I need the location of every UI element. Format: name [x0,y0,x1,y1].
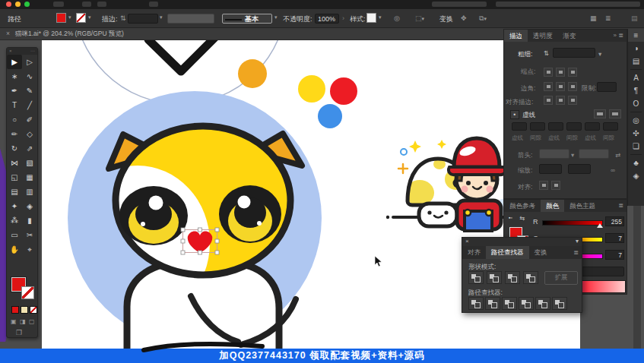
corner-option-2[interactable] [556,82,565,91]
arrowhead-end-select[interactable] [579,149,609,159]
stepper-icon[interactable]: ⇅ [120,14,126,22]
merge-button[interactable] [502,297,517,310]
dashed-line-checkbox[interactable]: ▪ [510,110,519,119]
pencil-tool[interactable]: ✏ [7,127,22,141]
stroke-color-indicator[interactable] [21,286,34,299]
draw-inside-icon[interactable]: ▢ [29,318,35,325]
document-tab-title[interactable]: 猫咪1.ai* @ 204.2% (RGB/GPU 预览) [15,27,124,39]
dash-field-3[interactable] [548,122,563,131]
symbols-panel-icon[interactable]: ✣ [628,127,644,140]
stroke-weight-field[interactable] [128,14,158,24]
chevron-down-icon[interactable]: ▾ [379,14,382,21]
crop-button[interactable] [519,297,534,310]
perspective-grid-tool[interactable]: ▦ [22,170,37,185]
zoom-window-button[interactable] [24,2,30,7]
tab-pathfinder[interactable]: 路径查找器 [486,246,529,259]
tools-panel-header[interactable]: ×⋯ [7,48,37,55]
color-swatch-mini[interactable] [11,306,19,314]
draw-behind-icon[interactable]: ◨ [20,318,26,325]
chevron-down-icon[interactable]: ▾ [160,14,163,21]
dash-field-2[interactable] [530,122,545,131]
align-dialog-icon[interactable]: ✥ [461,14,467,22]
tab-align[interactable]: 对齐 [462,246,486,259]
shape-builder-tool[interactable]: ◱ [7,170,22,185]
swatches-panel-icon[interactable]: ▤ [628,55,644,68]
corner-option-3[interactable] [568,82,577,91]
panel-menu-icon[interactable]: ≣ [618,32,623,39]
unite-button[interactable] [468,271,484,284]
none-swatch-mini[interactable] [30,306,37,314]
swap-arrowheads-icon[interactable]: ⇄ [615,151,620,159]
paintbrush-tool[interactable]: ✐ [22,112,37,127]
workspace-switcher[interactable] [432,2,487,7]
width-tool[interactable]: ⋈ [7,156,22,170]
intersect-button[interactable] [505,271,520,284]
fill-color-swatch[interactable] [56,13,66,23]
free-transform-tool[interactable]: ▧ [22,156,37,170]
link-scale-icon[interactable]: ∞ [611,166,615,174]
stroke-weight-field[interactable] [553,48,595,58]
channel-value-field[interactable]: 7 [605,250,624,260]
variable-width-profile[interactable] [167,14,214,24]
dash-field-4[interactable] [566,122,582,131]
line-tool[interactable]: ╱ [22,98,37,112]
arrow-align-end-button[interactable] [551,181,560,190]
graphic-styles-panel-icon[interactable]: ❏ [628,140,644,153]
shape-tool[interactable]: ○ [7,112,22,127]
style-swatch[interactable] [366,13,376,23]
panel-menu-icon[interactable]: ≣ [618,202,623,209]
mesh-tool[interactable]: ▤ [7,185,22,199]
channel-slider[interactable] [542,220,603,226]
brush-definition[interactable]: 基本 [222,14,272,24]
artboard-tool[interactable]: ▭ [7,228,22,242]
tab-stroke[interactable]: 描边 [504,30,528,42]
corner-option-1[interactable] [544,82,553,91]
arrange-documents-icon[interactable]: ▦ [590,14,597,22]
expand-tabs-icon[interactable]: » [614,32,617,39]
miter-limit-field[interactable] [597,82,617,92]
menu-icon[interactable] [97,2,106,7]
stroke-panel-icon[interactable]: ≡ [628,29,644,42]
slice-tool[interactable]: ✂ [22,228,37,242]
cap-option-1[interactable] [544,68,553,77]
alignstroke-option-3[interactable] [568,96,577,105]
eraser-tool[interactable]: ◇ [22,127,37,141]
lasso-tool[interactable]: ∿ [22,69,37,84]
expand-button[interactable]: 扩展 [544,271,578,285]
draw-normal-icon[interactable]: ▣ [11,318,17,325]
dash-field-6[interactable] [603,122,618,131]
stock-search-input[interactable] [496,2,640,7]
brushes-panel-icon[interactable]: ◎ [628,114,644,127]
chevron-down-icon[interactable]: ▾ [88,14,91,21]
tab-transparency[interactable]: 透明度 [528,30,558,42]
arrowhead-start-select[interactable] [539,149,569,159]
select-similar-icon[interactable]: ⬚▾ [415,14,424,22]
collapse-panel-icon[interactable]: ▾ [576,238,579,246]
rotate-tool[interactable]: ↻ [7,141,22,156]
stepper-icon[interactable]: ⇅ [544,49,549,57]
share-icon[interactable] [149,2,158,7]
slider-thumb[interactable] [597,223,603,228]
paragraph-panel-icon[interactable]: ¶ [628,84,644,97]
direct-selection-tool[interactable]: ▷ [22,55,37,69]
tab-color-guide[interactable]: 颜色参考 [504,200,541,212]
opentype-panel-icon[interactable]: O [628,97,644,110]
opacity-field[interactable]: 100% [315,14,339,24]
screen-mode-icon[interactable]: ❐ [16,329,22,336]
gradient-swatch-mini[interactable] [21,306,28,314]
curvature-tool[interactable]: ✎ [22,84,37,98]
tab-color-themes[interactable]: 颜色主题 [564,200,601,212]
layers-panel-icon[interactable]: ◈ [628,169,644,182]
close-panel-icon[interactable]: × [465,238,469,246]
exclude-button[interactable] [523,271,538,284]
arrow-align-tip-button[interactable] [539,181,548,190]
minimize-window-button[interactable] [15,2,21,7]
minus-back-button[interactable] [552,297,567,310]
scale-tool[interactable]: ⇗ [22,141,37,156]
outline-button[interactable] [535,297,550,310]
tab-transform[interactable]: 变换 [529,246,553,259]
gradient-tool[interactable]: ▥ [22,185,37,199]
dash-field-5[interactable] [585,122,600,131]
arrow-scale-end-field[interactable] [568,164,591,174]
appearance-panel-icon[interactable]: ♣ [628,156,644,169]
